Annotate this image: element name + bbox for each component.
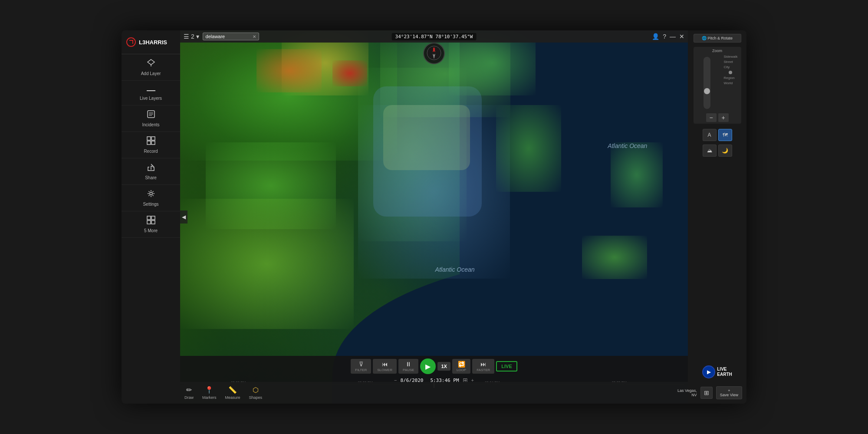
slower-button[interactable]: ⏮ SLOWER bbox=[373, 359, 397, 374]
zoom-plus-button[interactable]: + bbox=[718, 113, 729, 122]
search-box[interactable]: delaware ✕ bbox=[203, 33, 259, 40]
pause-label: PAUSE bbox=[403, 368, 414, 372]
zoom-slider[interactable] bbox=[704, 57, 710, 109]
loop-button[interactable]: 🔁 LOOP bbox=[452, 359, 470, 374]
radar-red-1 bbox=[332, 60, 367, 86]
live-earth-logo: ▶ LIVEEARTH bbox=[688, 362, 746, 382]
search-clear-icon[interactable]: ✕ bbox=[253, 34, 256, 39]
filter-icon: ⊽ bbox=[359, 361, 363, 368]
speed-indicator: 1X bbox=[437, 362, 450, 371]
compass-label: N bbox=[426, 45, 442, 62]
filter-label: FILTER bbox=[355, 368, 367, 372]
shapes-icon: ⬡ bbox=[253, 386, 259, 394]
bottom-right-controls: Las Vegas,NV ⊞ + Save View bbox=[677, 386, 742, 399]
live-layers-icon bbox=[147, 85, 155, 94]
sidebar-item-incidents[interactable]: Incidents bbox=[122, 105, 180, 132]
zoom-levels: Sidewalk Street City Region World bbox=[722, 54, 739, 85]
settings-label: Settings bbox=[143, 202, 158, 207]
markers-label: Markers bbox=[202, 395, 217, 400]
night-mode-button[interactable]: 🌙 bbox=[718, 145, 732, 157]
svg-marker-5 bbox=[148, 59, 155, 65]
compass[interactable]: N bbox=[423, 43, 445, 64]
svg-rect-18 bbox=[151, 216, 155, 220]
incidents-label: Incidents bbox=[142, 122, 159, 127]
left-sidebar: L3HARRIS Add Layer Live Layers bbox=[122, 30, 180, 404]
coordinates-display: 34°23'14.87"N 78°10'37.45"W bbox=[392, 33, 477, 40]
add-layer-icon bbox=[147, 59, 155, 69]
l3harris-logo-icon bbox=[126, 37, 136, 47]
map-style-satellite-button[interactable]: 🗺 bbox=[718, 129, 732, 141]
map-style-buttons: A 🗺 bbox=[703, 129, 732, 141]
sidebar-item-live-layers[interactable]: Live Layers bbox=[122, 81, 180, 105]
map-style-text-button[interactable]: A bbox=[703, 129, 717, 141]
map-container[interactable]: Atlantic Ocean Atlantic Ocean bbox=[180, 30, 688, 404]
tool-measure[interactable]: 📏 Measure bbox=[225, 386, 240, 400]
save-view-label: Save View bbox=[720, 393, 738, 397]
tool-markers[interactable]: 📍 Markers bbox=[202, 386, 217, 400]
location-text: Las Vegas,NV bbox=[677, 388, 697, 397]
svg-rect-19 bbox=[147, 220, 151, 224]
measure-label: Measure bbox=[225, 395, 240, 400]
zoom-sidewalk[interactable]: Sidewalk bbox=[722, 54, 739, 59]
help-icon[interactable]: ? bbox=[663, 33, 666, 40]
zoom-region-indicator bbox=[729, 71, 732, 74]
record-icon bbox=[147, 136, 155, 147]
svg-point-4 bbox=[127, 38, 135, 46]
tool-shapes[interactable]: ⬡ Shapes bbox=[249, 386, 263, 400]
zoom-region[interactable]: Region bbox=[722, 76, 739, 80]
zoom-minus-button[interactable]: − bbox=[706, 113, 717, 122]
top-bar-left: ☰ 2 ▾ delaware ✕ bbox=[184, 33, 259, 40]
terrain-button[interactable]: ⛰ bbox=[703, 145, 717, 157]
slower-label: SLOWER bbox=[377, 368, 392, 372]
zoom-section: Zoom Sidewalk Street City Region World −… bbox=[694, 47, 741, 124]
live-earth-play-icon: ▶ bbox=[707, 369, 711, 375]
zoom-world[interactable]: World bbox=[722, 81, 739, 85]
measure-icon: 📏 bbox=[228, 386, 237, 394]
faster-button[interactable]: ⏭ FASTER bbox=[472, 359, 494, 374]
pause-button[interactable]: ⏸ PAUSE bbox=[398, 359, 419, 374]
play-icon: ▶ bbox=[425, 362, 431, 371]
share-label: Share bbox=[145, 175, 157, 180]
sidebar-item-share[interactable]: Share bbox=[122, 158, 180, 185]
minimize-icon[interactable]: — bbox=[670, 33, 676, 40]
radar-green-far2 bbox=[582, 236, 647, 279]
live-earth-text: LIVEEARTH bbox=[717, 367, 732, 377]
sidebar-item-settings[interactable]: Settings bbox=[122, 185, 180, 211]
settings-icon bbox=[147, 189, 155, 200]
left-nav-arrow[interactable]: ◀ bbox=[180, 210, 187, 224]
live-button[interactable]: LIVE bbox=[496, 361, 517, 372]
svg-rect-14 bbox=[147, 141, 151, 145]
filter-button[interactable]: ⊽ FILTER bbox=[351, 359, 371, 374]
loop-icon: 🔁 bbox=[458, 361, 465, 368]
faster-icon: ⏭ bbox=[480, 361, 487, 368]
sidebar-item-record[interactable]: Record bbox=[122, 132, 180, 158]
markers-icon: 📍 bbox=[205, 386, 214, 394]
terrain-buttons: ⛰ 🌙 bbox=[703, 145, 732, 157]
tool-draw[interactable]: ✏ Draw bbox=[184, 386, 194, 400]
faster-label: FASTER bbox=[477, 368, 490, 372]
zoom-city[interactable]: City bbox=[722, 65, 739, 69]
zoom-thumb bbox=[704, 88, 710, 94]
user-icon[interactable]: 👤 bbox=[652, 33, 659, 40]
bottom-toolbar: ✏ Draw 📍 Markers 📏 Measure ⬡ Shapes Las … bbox=[180, 382, 746, 404]
add-layer-label: Add Layer bbox=[141, 71, 161, 76]
pitch-rotate-label: Pitch & Rotate bbox=[707, 36, 733, 40]
playback-controls: ⊽ FILTER ⏮ SLOWER ⏸ PAUSE ▶ 1X 🔁 LOOP bbox=[180, 356, 688, 376]
logo-area: L3HARRIS bbox=[122, 30, 180, 54]
pitch-rotate-button[interactable]: 🌐 Pitch & Rotate bbox=[694, 34, 741, 43]
save-view-button[interactable]: + Save View bbox=[716, 386, 742, 399]
grid-button[interactable]: ⊞ bbox=[700, 387, 713, 399]
radar-green-3 bbox=[180, 199, 354, 329]
play-button[interactable]: ▶ bbox=[420, 358, 436, 374]
shapes-label: Shapes bbox=[249, 395, 263, 400]
live-earth-circle: ▶ bbox=[702, 365, 715, 378]
sidebar-item-add-layer[interactable]: Add Layer bbox=[122, 54, 180, 81]
zoom-street[interactable]: Street bbox=[722, 59, 739, 64]
svg-rect-12 bbox=[147, 137, 151, 140]
menu-icon[interactable]: ☰ 2 ▾ bbox=[184, 33, 199, 40]
svg-rect-20 bbox=[151, 220, 155, 224]
close-icon[interactable]: ✕ bbox=[679, 33, 684, 40]
draw-icon: ✏ bbox=[186, 386, 192, 394]
sidebar-item-more[interactable]: 5 More bbox=[122, 211, 180, 238]
share-icon bbox=[147, 163, 155, 174]
